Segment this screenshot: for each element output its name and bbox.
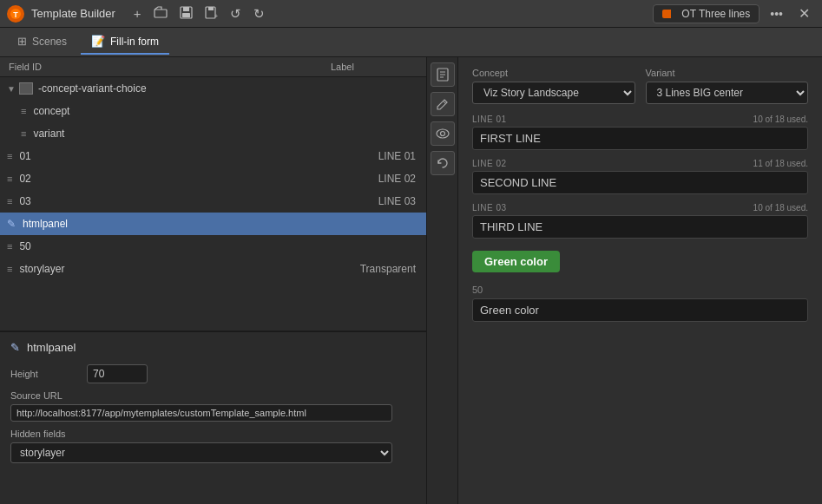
save-button[interactable] bbox=[175, 4, 197, 23]
tree-item-value: LINE 01 bbox=[332, 150, 419, 162]
chevron-down-icon: ▼ bbox=[7, 84, 16, 94]
line01-header: LINE 01 10 of 18 used. bbox=[472, 115, 808, 124]
line01-block: LINE 01 10 of 18 used. bbox=[472, 115, 808, 150]
undo-button[interactable]: ↺ bbox=[226, 4, 246, 23]
tree-item-label: 03 bbox=[19, 195, 329, 207]
height-label: Height bbox=[10, 369, 80, 379]
tab-scenes-label: Scenes bbox=[32, 36, 67, 48]
lines-icon: ≡ bbox=[21, 106, 26, 116]
field-table-header: Field ID Label bbox=[0, 57, 426, 77]
line03-block: LINE 03 10 of 18 used. bbox=[472, 203, 808, 239]
source-url-row: Source URL bbox=[10, 390, 416, 422]
line03-header: LINE 03 10 of 18 used. bbox=[472, 203, 808, 213]
tree-item-label: 02 bbox=[19, 173, 329, 185]
tree-item-variant[interactable]: ≡ variant bbox=[0, 122, 426, 145]
right-content: Concept Viz Story Landscape Variant 3 Li… bbox=[458, 57, 822, 504]
lines-icon: ≡ bbox=[7, 264, 12, 274]
tab-fillin-label: Fill-in form bbox=[110, 36, 159, 48]
svg-rect-4 bbox=[183, 7, 189, 11]
tree-item-label: -concept-variant-choice bbox=[38, 82, 419, 95]
open-button[interactable] bbox=[149, 4, 172, 23]
hidden-fields-row: Hidden fields storylayer bbox=[10, 429, 416, 463]
variant-select[interactable]: 3 Lines BIG center bbox=[646, 82, 809, 104]
field-id-col-header: Field ID bbox=[9, 62, 331, 72]
hidden-fields-select[interactable]: storylayer bbox=[10, 442, 392, 463]
fillin-icon: 📝 bbox=[91, 35, 105, 48]
line02-block: LINE 02 11 of 18 used. bbox=[472, 159, 808, 194]
lines-icon: ≡ bbox=[7, 173, 12, 184]
svg-text:+: + bbox=[214, 13, 218, 19]
tree-item-concept[interactable]: ≡ concept bbox=[0, 100, 426, 122]
svg-rect-2 bbox=[155, 10, 167, 17]
new-button[interactable]: + bbox=[129, 4, 146, 23]
properties-panel: ✎ htmlpanel Height Source URL Hidden fie… bbox=[0, 331, 426, 504]
tree-item-label: storylayer bbox=[19, 263, 329, 275]
line03-usage: 10 of 18 used. bbox=[753, 203, 808, 213]
tabbar: ⊞ Scenes 📝 Fill-in form bbox=[0, 28, 822, 57]
field-tree[interactable]: ▼ -concept-variant-choice ≡ concept ≡ va… bbox=[0, 77, 426, 331]
field-label-col-header: Label bbox=[331, 62, 418, 72]
line02-usage: 11 of 18 used. bbox=[753, 159, 808, 168]
tree-item-value: LINE 03 bbox=[332, 195, 419, 207]
refresh-icon-button[interactable] bbox=[431, 151, 455, 175]
tree-item-concept-variant-choice[interactable]: ▼ -concept-variant-choice bbox=[0, 77, 426, 100]
green-color-button[interactable]: Green color bbox=[472, 251, 560, 272]
tree-item-01[interactable]: ≡ 01 LINE 01 bbox=[0, 145, 426, 167]
panel-icon: ✎ bbox=[7, 218, 16, 230]
field-50-block: 50 bbox=[472, 285, 808, 322]
line02-input[interactable] bbox=[472, 171, 808, 194]
toolbar-actions: + + ↺ ↻ bbox=[129, 4, 269, 23]
tree-item-storylayer[interactable]: ≡ storylayer Transparent bbox=[0, 258, 426, 280]
more-options-button[interactable]: ••• bbox=[766, 5, 786, 23]
window-close-button[interactable]: ✕ bbox=[793, 3, 815, 23]
tree-item-label: variant bbox=[33, 128, 419, 140]
line03-input[interactable] bbox=[472, 215, 808, 239]
line01-input[interactable] bbox=[472, 127, 808, 150]
tree-item-htmlpanel[interactable]: ✎ htmlpanel bbox=[0, 213, 426, 235]
tree-item-label: concept bbox=[33, 105, 419, 117]
tree-item-value: Transparent bbox=[332, 263, 419, 275]
concept-col: Concept Viz Story Landscape bbox=[472, 68, 635, 104]
tree-item-02[interactable]: ≡ 02 LINE 02 bbox=[0, 167, 426, 190]
scenes-icon: ⊞ bbox=[17, 35, 27, 48]
field-50-label: 50 bbox=[472, 285, 808, 295]
document-tab: OT Three lines bbox=[653, 4, 760, 23]
line01-usage: 10 of 18 used. bbox=[753, 115, 808, 124]
prop-panel-title-label: htmlpanel bbox=[27, 341, 76, 354]
source-url-input[interactable] bbox=[10, 404, 392, 422]
app-logo: T bbox=[7, 5, 24, 23]
line02-label: LINE 02 bbox=[472, 159, 507, 168]
tab-fillin[interactable]: 📝 Fill-in form bbox=[81, 29, 169, 55]
right-sidebar bbox=[427, 57, 458, 504]
variant-col: Variant 3 Lines BIG center bbox=[646, 68, 809, 104]
preview-icon-button[interactable] bbox=[431, 121, 455, 146]
field-50-input[interactable] bbox=[472, 298, 808, 322]
tree-item-50[interactable]: ≡ 50 bbox=[0, 235, 426, 258]
app-title: Template Builder bbox=[31, 7, 115, 20]
svg-point-15 bbox=[440, 132, 444, 136]
line02-header: LINE 02 11 of 18 used. bbox=[472, 159, 808, 168]
prop-panel-title: ✎ htmlpanel bbox=[10, 341, 416, 354]
lines-icon: ≡ bbox=[7, 196, 12, 206]
tree-item-label: htmlpanel bbox=[23, 218, 419, 230]
tab-scenes[interactable]: ⊞ Scenes bbox=[7, 29, 77, 55]
svg-rect-7 bbox=[208, 7, 214, 10]
tree-item-label: 01 bbox=[19, 150, 329, 162]
edit-icon-button[interactable] bbox=[431, 92, 455, 116]
lines-icon: ≡ bbox=[7, 241, 12, 252]
height-row: Height bbox=[10, 364, 416, 383]
tab-name: OT Three lines bbox=[681, 8, 750, 20]
svg-rect-5 bbox=[182, 13, 190, 17]
height-input[interactable] bbox=[87, 364, 148, 383]
svg-text:T: T bbox=[13, 10, 18, 19]
folder-icon bbox=[19, 82, 33, 95]
page-icon-button[interactable] bbox=[431, 62, 455, 87]
redo-button[interactable]: ↻ bbox=[249, 4, 269, 23]
svg-line-13 bbox=[444, 101, 446, 103]
source-url-label: Source URL bbox=[10, 390, 80, 401]
concept-select[interactable]: Viz Story Landscape bbox=[472, 82, 635, 104]
tree-item-03[interactable]: ≡ 03 LINE 03 bbox=[0, 190, 426, 213]
svg-point-14 bbox=[437, 129, 449, 138]
saveas-button[interactable]: + bbox=[201, 4, 222, 23]
tab-icon bbox=[662, 10, 676, 18]
